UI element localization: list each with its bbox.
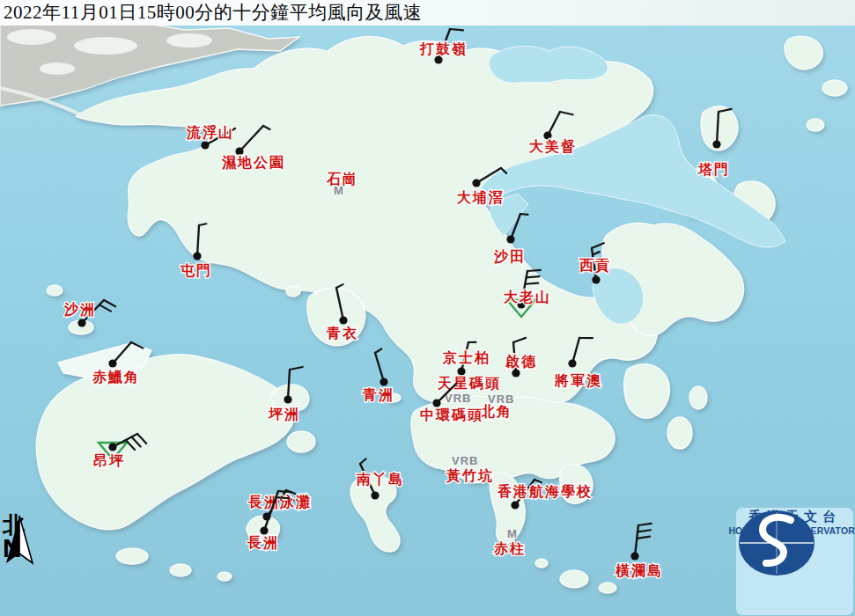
station-dot	[506, 235, 514, 243]
station-label: 赤鱲角	[92, 370, 140, 385]
station-dot	[512, 369, 520, 377]
station-note: VRB	[488, 392, 514, 406]
station-dot	[201, 141, 209, 149]
station-label: 長洲泳灘	[247, 494, 312, 510]
station-label: 流浮山	[186, 124, 234, 140]
station-label: 黃竹坑	[446, 468, 494, 483]
map-title: 2022年11月01日15時00分的十分鐘平均風向及風速	[0, 0, 855, 26]
station-label: 塔門	[697, 162, 730, 177]
station-dot	[260, 526, 268, 534]
hko-logo: 香港天文台 HONG KONG OBSERVATORY	[736, 508, 853, 615]
wind-barb	[527, 276, 540, 277]
station-label: 打鼓嶺	[419, 41, 468, 56]
station-label: 京士柏	[442, 349, 490, 365]
station-label: 北角	[480, 404, 512, 419]
station-dot	[511, 501, 519, 509]
station-dot	[472, 179, 480, 187]
station-dot	[434, 55, 442, 63]
station-dot	[108, 359, 116, 367]
station-label: 濕地公園	[221, 155, 285, 171]
station-label: 昂坪	[93, 453, 125, 468]
station-label: 青洲	[362, 387, 394, 402]
station-dot	[77, 319, 85, 326]
station-dot	[568, 359, 576, 367]
station-dot	[457, 367, 465, 375]
station-dot	[371, 491, 379, 499]
station-label: 大美督	[529, 138, 577, 154]
wind-barb	[525, 283, 538, 284]
station-note: VRB	[452, 454, 478, 467]
wind-barb	[276, 497, 289, 498]
station-label: 西貢	[579, 258, 611, 274]
hko-logo-icon	[736, 508, 817, 578]
station-dot	[432, 399, 440, 407]
station-label: 啟德	[505, 354, 537, 369]
station-label: 赤柱	[493, 541, 526, 556]
station-dot	[380, 378, 387, 385]
station-label: 香港航海學校	[497, 483, 593, 499]
starling-inlet-water	[489, 46, 608, 83]
station-dot	[592, 275, 600, 283]
station-dot	[630, 552, 638, 560]
station-label: 中環碼頭	[420, 407, 483, 423]
station-dot	[284, 395, 291, 403]
station-label: 長洲	[247, 535, 279, 550]
station-label: 沙洲	[63, 302, 96, 317]
station-label: 屯門	[180, 263, 212, 278]
station-dot	[108, 443, 116, 451]
wind-map-page: 打鼓嶺流浮山濕地公園石崗M大美督塔門大埔滘沙田西貢大老山屯門沙洲赤鱲角青衣京士柏…	[0, 0, 855, 616]
hk-wind-map: 打鼓嶺流浮山濕地公園石崗M大美督塔門大埔滘沙田西貢大老山屯門沙洲赤鱲角青衣京士柏…	[0, 0, 855, 616]
station-label: 天星碼頭	[437, 376, 501, 392]
station-label: 橫瀾島	[615, 563, 663, 578]
station-dot	[712, 140, 720, 148]
north-compass: 北 N	[3, 514, 41, 561]
station-note: M	[334, 184, 344, 197]
station-label: 將軍澳	[554, 373, 602, 388]
station-note: M	[507, 527, 518, 540]
wind-barb	[278, 491, 291, 492]
station-label: 沙田	[493, 249, 526, 264]
station-dot	[193, 252, 201, 260]
station-label: 大老山	[504, 290, 551, 304]
wind-barb	[520, 214, 527, 215]
north-arrow-icon	[3, 514, 36, 565]
station-label: 大埔滘	[457, 189, 505, 205]
station-note: VRB	[445, 392, 471, 405]
wind-barb	[450, 29, 463, 30]
station-dot	[339, 316, 347, 324]
station-label: 南丫島	[356, 472, 404, 487]
station-label: 坪洲	[268, 407, 300, 422]
wind-barb	[527, 270, 541, 271]
station-label: 青衣	[326, 326, 358, 341]
